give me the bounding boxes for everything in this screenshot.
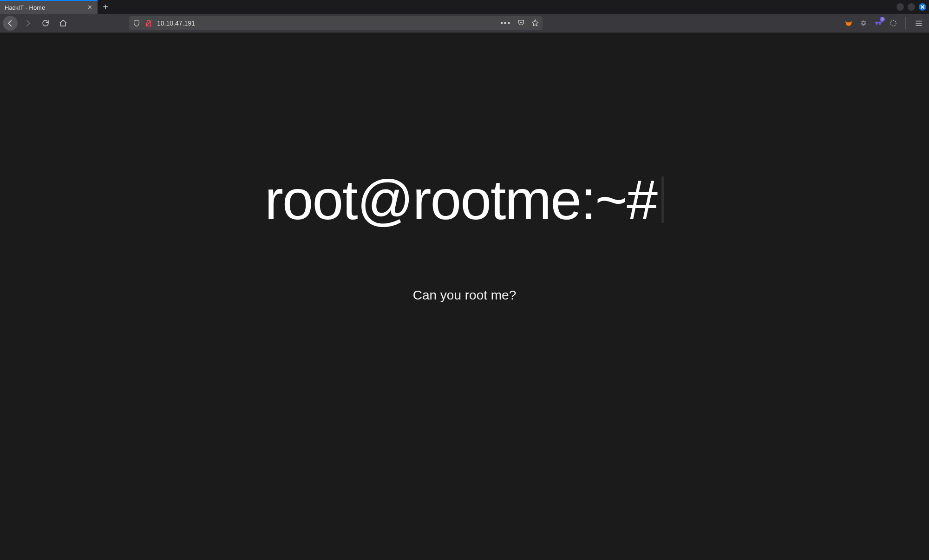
heading-text: root@rootme:~# <box>265 169 657 231</box>
insecure-lock-icon[interactable] <box>145 20 152 27</box>
app-menu-button[interactable] <box>911 16 926 31</box>
url-bar[interactable]: 10.10.47.191 ••• <box>129 16 543 30</box>
reload-button[interactable] <box>38 16 53 31</box>
plus-icon: + <box>103 2 108 13</box>
window-maximize-button[interactable] <box>908 3 915 11</box>
window-controls <box>896 3 926 11</box>
arrow-right-icon <box>24 19 32 27</box>
extension-icons: 3 <box>844 19 898 28</box>
extension-badge: 3 <box>880 17 885 22</box>
new-tab-button[interactable]: + <box>98 0 113 14</box>
reload-icon <box>41 19 50 27</box>
home-icon <box>59 19 67 27</box>
bookmark-star-icon[interactable] <box>531 19 539 28</box>
window-minimize-button[interactable] <box>896 3 904 11</box>
tracking-shield-icon[interactable] <box>133 20 140 27</box>
webpage-content: root@rootme:~# Can you root me? <box>0 33 929 560</box>
page-heading: root@rootme:~# <box>265 172 664 228</box>
back-button[interactable] <box>3 16 18 31</box>
blinking-cursor <box>661 176 664 223</box>
forward-button[interactable] <box>20 16 35 31</box>
extension-foxyproxy-icon[interactable] <box>844 19 853 28</box>
toolbar-divider <box>905 17 906 29</box>
titlebar: HackIT - Home × + <box>0 0 929 14</box>
home-button[interactable] <box>56 16 71 31</box>
hamburger-icon <box>915 19 923 27</box>
tab-close-icon[interactable]: × <box>87 4 93 11</box>
tab-active[interactable]: HackIT - Home × <box>0 0 98 14</box>
page-tagline: Can you root me? <box>413 288 517 303</box>
extension-wappalyzer-icon[interactable]: 3 <box>874 19 883 28</box>
svg-point-1 <box>890 20 896 26</box>
arrow-left-icon <box>6 19 14 27</box>
extension-bug-icon[interactable] <box>859 19 868 28</box>
window-close-button[interactable] <box>919 3 926 11</box>
url-text: 10.10.47.191 <box>157 20 496 27</box>
tabstrip: HackIT - Home × + <box>0 0 113 14</box>
nav-toolbar: 10.10.47.191 ••• 3 <box>0 14 929 33</box>
pocket-icon[interactable] <box>517 19 525 28</box>
tab-title: HackIT - Home <box>5 4 45 11</box>
extension-circle-icon[interactable] <box>889 19 898 28</box>
